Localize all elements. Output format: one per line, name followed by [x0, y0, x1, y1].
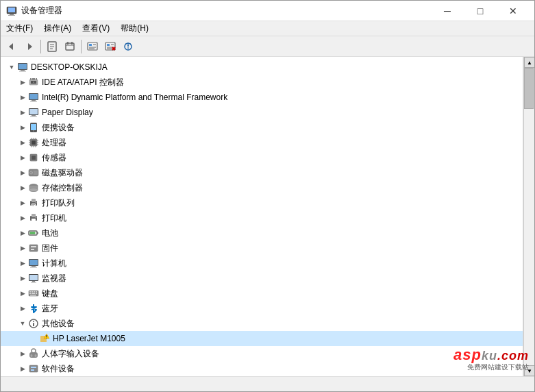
menu-view[interactable]: 查看(V)	[77, 21, 115, 36]
tree-item-processor[interactable]: ▶	[1, 135, 523, 150]
scroll-thumb[interactable]	[524, 68, 534, 109]
tree-item-storage[interactable]: ▶ 存储控制器	[1, 180, 523, 195]
printqueue-icon	[28, 197, 39, 208]
svg-rect-51	[32, 140, 36, 145]
tree-item-humaninput[interactable]: ▶ 人体字输入设备	[1, 346, 523, 361]
svg-rect-46	[30, 117, 37, 117]
expand-other[interactable]: ▼	[17, 318, 28, 329]
desktop-label: DESKTOP-OKSKIJA	[31, 62, 108, 72]
svg-rect-45	[32, 115, 36, 117]
svg-rect-78	[32, 204, 35, 205]
svg-rect-102	[36, 291, 37, 293]
svg-marker-5	[28, 43, 32, 50]
hp-warning-icon	[39, 333, 50, 344]
tree-item-disk[interactable]: ▶ 磁盘驱动器	[1, 165, 523, 180]
show-hidden-button[interactable]	[84, 38, 101, 55]
expand-battery[interactable]: ▶	[17, 228, 28, 238]
minimize-button[interactable]: ─	[432, 1, 463, 21]
portable-icon	[28, 122, 39, 133]
svg-rect-97	[31, 282, 36, 283]
remove-device-button[interactable]	[102, 38, 119, 55]
forward-button[interactable]	[21, 38, 38, 55]
humaninput-label: 人体字输入设备	[42, 348, 99, 360]
expand-sensor[interactable]: ▶	[17, 152, 28, 163]
monitor-label: 监视器	[42, 273, 66, 284]
tree-panel[interactable]: ▼ DESKTOP-OKSKIJA ▶	[1, 57, 523, 376]
expand-printer[interactable]: ▶	[17, 212, 28, 223]
expand-desktop[interactable]: ▼	[6, 62, 17, 73]
tree-item-computer[interactable]: ▶ 计算机	[1, 256, 523, 271]
tree-item-ide[interactable]: ▶ IDE ATA/ATAPI 控制器	[1, 75, 523, 90]
toolbar-sep-1	[40, 40, 41, 53]
tree-item-desktop[interactable]: ▼ DESKTOP-OKSKIJA	[1, 60, 523, 75]
expand-ide[interactable]: ▶	[17, 77, 28, 88]
scroll-track[interactable]	[524, 68, 534, 365]
svg-point-49	[33, 130, 34, 132]
svg-rect-41	[32, 100, 36, 101]
scroll-up-button[interactable]: ▲	[524, 57, 534, 68]
tree-item-printer[interactable]: ▶ 打印机	[1, 210, 523, 225]
svg-rect-120	[31, 369, 34, 371]
tree-item-intel[interactable]: ▶ Intel(R) Dynamic Platform and Thermal …	[1, 90, 523, 105]
expand-humaninput[interactable]: ▶	[17, 348, 28, 359]
computer-label: 计算机	[42, 258, 66, 269]
tree-item-other[interactable]: ▼ 其他设备	[1, 316, 523, 331]
watermark-text: aspku.com	[453, 347, 529, 363]
tree-item-keyboard[interactable]: ▶ 键盘	[1, 286, 523, 301]
tree-item-hp[interactable]: HP LaserJet M1005	[1, 331, 523, 346]
tree-item-portable[interactable]: ▶ 便携设备	[1, 120, 523, 135]
svg-rect-36	[30, 78, 32, 80]
svg-rect-99	[29, 291, 31, 293]
scrollbar-vertical[interactable]: ▲ ▼	[523, 57, 534, 376]
expand-disk[interactable]: ▶	[17, 167, 28, 178]
svg-rect-3	[8, 15, 15, 16]
svg-point-68	[31, 172, 32, 173]
menu-help[interactable]: 帮助(H)	[115, 21, 154, 36]
svg-rect-87	[29, 245, 38, 252]
expand-paper[interactable]: ▶	[17, 107, 28, 118]
expand-storage[interactable]: ▶	[17, 182, 28, 193]
ide-label: IDE ATA/ATAPI 控制器	[42, 77, 124, 88]
paper-icon	[28, 107, 39, 118]
svg-rect-32	[19, 71, 26, 72]
svg-point-117	[35, 354, 37, 357]
close-button[interactable]: ✕	[497, 1, 529, 21]
svg-rect-40	[29, 94, 38, 99]
expand-intel[interactable]: ▶	[17, 92, 28, 103]
maximize-button[interactable]: □	[464, 1, 496, 21]
humaninput-icon	[28, 348, 39, 359]
update-button[interactable]	[62, 38, 78, 55]
svg-rect-89	[31, 249, 34, 250]
expand-firmware[interactable]: ▶	[17, 243, 28, 254]
expand-printqueue[interactable]: ▶	[17, 197, 28, 208]
svg-rect-104	[32, 293, 35, 295]
menu-action[interactable]: 操作(A)	[38, 21, 77, 36]
svg-rect-30	[18, 64, 27, 69]
tree-item-software[interactable]: ▶ 软件设备	[1, 361, 523, 376]
expand-processor[interactable]: ▶	[17, 137, 28, 148]
svg-rect-37	[36, 78, 37, 80]
expand-monitor[interactable]: ▶	[17, 273, 28, 284]
expand-bluetooth[interactable]: ▶	[17, 303, 28, 314]
back-button[interactable]	[3, 38, 20, 55]
expand-computer[interactable]: ▶	[17, 258, 28, 269]
tree-item-monitor[interactable]: ▶ 监视器	[1, 271, 523, 286]
paper-label: Paper Display	[42, 108, 93, 117]
expand-keyboard[interactable]: ▶	[17, 288, 28, 299]
expand-software[interactable]: ▶	[17, 363, 28, 374]
other-label: 其他设备	[42, 318, 75, 330]
tree-item-firmware[interactable]: ▶ 固件	[1, 241, 523, 256]
menu-file[interactable]: 文件(F)	[1, 21, 38, 36]
tree-item-paper[interactable]: ▶ Paper Display	[1, 105, 523, 120]
scan-button[interactable]	[120, 38, 136, 55]
tree-item-bluetooth[interactable]: ▶ 蓝牙	[1, 301, 523, 316]
svg-rect-44	[29, 109, 38, 114]
computer-icon	[17, 62, 28, 73]
expand-portable[interactable]: ▶	[17, 122, 28, 133]
svg-rect-10	[66, 43, 74, 50]
tree-item-sensor[interactable]: ▶ 传感器	[1, 150, 523, 165]
properties-button[interactable]	[44, 38, 60, 55]
tree-item-battery[interactable]: ▶ 电池	[1, 225, 523, 241]
svg-rect-105	[36, 293, 37, 295]
tree-item-printqueue[interactable]: ▶ 打印队列	[1, 195, 523, 210]
